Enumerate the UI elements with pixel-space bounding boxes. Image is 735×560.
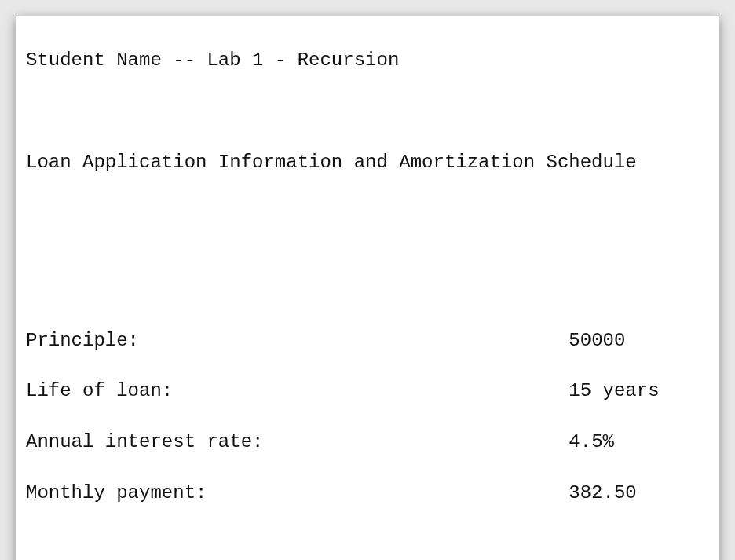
rate-label: Annual interest rate: [26,431,263,452]
blank-line [26,252,709,277]
blank-line [26,201,709,226]
summary-life: Life of loan: 15 years [26,379,709,404]
life-label: Life of loan: [26,380,173,401]
principle-label: Principle: [26,330,139,351]
terminal-window: Student Name -- Lab 1 - Recursion Loan A… [16,16,719,560]
summary-rate: Annual interest rate: 4.5% [26,430,709,455]
loan-summary: Principle: 50000 Life of loan: 15 years … [26,302,709,532]
blank-line [26,99,709,124]
blank-line [26,557,709,560]
subtitle-line: Loan Application Information and Amortiz… [26,150,709,175]
life-value: 15 years [569,380,659,401]
summary-payment: Monthly payment: 382.50 [26,481,709,506]
summary-principle: Principle: 50000 [26,328,709,353]
principle-value: 50000 [569,330,625,351]
title-line: Student Name -- Lab 1 - Recursion [26,48,709,73]
payment-label: Monthly payment: [26,482,207,503]
payment-value: 382.50 [569,482,636,503]
rate-value: 4.5% [569,431,614,452]
